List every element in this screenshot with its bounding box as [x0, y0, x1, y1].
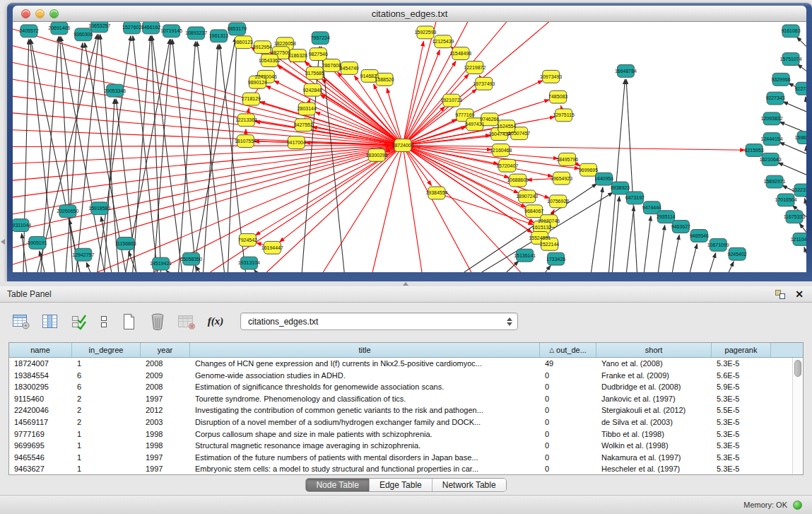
table-cell[interactable]: 2008 [141, 358, 190, 370]
table-cell[interactable]: 5.3E-5 [712, 358, 771, 370]
table-cell[interactable]: 0 [540, 452, 596, 464]
table-cell[interactable]: 9465546 [9, 452, 72, 464]
table-cell[interactable]: 1998 [141, 428, 190, 440]
table-cell[interactable]: 1997 [141, 452, 190, 464]
table-cell[interactable]: 1998 [141, 440, 190, 452]
table-cell[interactable]: 1 [72, 452, 141, 464]
table-cell[interactable]: 0 [540, 381, 596, 393]
table-cell[interactable]: Corpus callosum shape and size in male p… [190, 428, 540, 440]
table-row[interactable]: 977716911998Corpus callosum shape and si… [9, 428, 792, 440]
table-cell[interactable]: Structural magnetic resonance image aver… [190, 440, 540, 452]
table-cell[interactable]: 0 [540, 393, 596, 405]
column-header-year[interactable]: year [141, 343, 190, 357]
table-cell[interactable]: 2 [72, 393, 141, 405]
table-cell[interactable]: Dudbridge et al. (2008) [596, 381, 712, 393]
table-cell[interactable]: 1 [72, 358, 141, 370]
row-height-icon[interactable] [98, 312, 110, 332]
vertical-scrollbar[interactable] [792, 358, 803, 474]
table-cell[interactable]: Yano et al. (2008) [596, 358, 712, 370]
table-cell[interactable]: 2008 [141, 381, 190, 393]
table-cell[interactable]: 2009 [141, 370, 190, 382]
float-panel-icon[interactable] [775, 290, 785, 299]
table-cell[interactable]: 6 [72, 381, 141, 393]
table-cell[interactable]: 22420046 [9, 404, 72, 416]
delete-rows-icon[interactable] [148, 312, 167, 332]
table-cell[interactable]: 2012 [141, 404, 190, 416]
table-cell[interactable]: 5.3E-5 [712, 428, 771, 440]
table-cell[interactable]: Embryonic stem cells: a model to study s… [190, 463, 540, 474]
delete-table-icon[interactable] [177, 312, 196, 332]
table-cell[interactable]: Investigating the contribution of common… [190, 404, 540, 416]
network-canvas[interactable]: 1872400718300295193845549860123891295418… [13, 22, 806, 272]
table-cell[interactable]: Nakamura et al. (1997) [596, 452, 712, 464]
table-cell[interactable]: Genome-wide association studies in ADHD. [190, 370, 540, 382]
table-row[interactable]: 1872400712008Changes of HCN gene express… [9, 358, 792, 370]
table-cell[interactable]: Hescheler et al. (1997) [596, 463, 712, 474]
table-cell[interactable]: 0 [540, 440, 596, 452]
table-row[interactable]: 2242004622012Investigating the contribut… [9, 404, 792, 416]
column-header-outde[interactable]: △out_de... [540, 343, 596, 357]
window-titlebar[interactable]: citations_edges.txt [13, 6, 806, 22]
table-cell[interactable]: 5.9E-5 [712, 381, 771, 393]
tab-node-table[interactable]: Node Table [306, 479, 369, 491]
collapsed-panel-arrow-icon[interactable] [1, 239, 5, 245]
table-cell[interactable]: 18300295 [9, 381, 72, 393]
table-cell[interactable]: 0 [540, 404, 596, 416]
table-cell[interactable]: 9699695 [9, 440, 72, 452]
table-cell[interactable]: 5.3E-5 [712, 440, 771, 452]
table-cell[interactable]: 1 [72, 440, 141, 452]
table-cell[interactable]: 0 [540, 463, 596, 474]
memory-ok-indicator-icon[interactable] [793, 501, 802, 510]
table-cell[interactable]: 18724007 [9, 358, 72, 370]
scrollbar-thumb[interactable] [794, 360, 801, 377]
table-row[interactable]: 911546021997Tourette syndrome. Phenomeno… [9, 393, 792, 405]
table-cell[interactable]: de Silva et al. (2003) [596, 416, 712, 428]
table-cell[interactable]: 2 [72, 404, 141, 416]
tab-network-table[interactable]: Network Table [432, 479, 506, 491]
table-cell[interactable]: 14569117 [9, 416, 72, 428]
table-cell[interactable]: 9777169 [9, 428, 72, 440]
table-cell[interactable]: Tourette syndrome. Phenomenology and cla… [190, 393, 540, 405]
table-cell[interactable]: Estimation of significance thresholds fo… [190, 381, 540, 393]
table-cell[interactable]: 1 [72, 463, 141, 474]
table-settings-icon[interactable] [11, 312, 31, 332]
table-cell[interactable]: 1997 [141, 463, 190, 474]
network-graph[interactable]: 1872400718300295193845549860123891295418… [13, 22, 806, 272]
column-header-indegree[interactable]: in_degree [72, 343, 141, 357]
table-cell[interactable]: 49 [540, 358, 596, 370]
table-row[interactable]: 969969511998Structural magnetic resonanc… [9, 440, 792, 452]
column-header-short[interactable]: short [596, 343, 712, 357]
table-cell[interactable]: 5.3E-5 [712, 463, 771, 474]
table-cell[interactable]: 0 [540, 416, 596, 428]
table-cell[interactable]: 0 [540, 428, 596, 440]
table-cell[interactable]: Estimation of the future numbers of pati… [190, 452, 540, 464]
table-row[interactable]: 1456911722003Disruption of a novel membe… [9, 416, 792, 428]
table-cell[interactable]: 5.3E-5 [712, 452, 771, 464]
table-cell[interactable]: Wolkin et al. (1998) [596, 440, 712, 452]
column-header-pagerank[interactable]: pagerank [712, 343, 771, 357]
table-cell[interactable]: 6 [72, 370, 141, 382]
table-cell[interactable]: Changes of HCN gene expression and I(f) … [190, 358, 540, 370]
select-columns-icon[interactable] [40, 312, 60, 332]
select-rows-icon[interactable] [69, 312, 89, 332]
table-cell[interactable]: 2 [72, 416, 141, 428]
table-cell[interactable]: 5.3E-5 [712, 393, 771, 405]
splitter-grip-icon[interactable] [403, 282, 408, 286]
table-row[interactable]: 946362711997Embryonic stem cells: a mode… [9, 463, 792, 474]
network-table-select[interactable]: citations_edges.txt [240, 313, 518, 330]
table-row[interactable]: 1830029562008Estimation of significance … [9, 381, 792, 393]
formula-icon[interactable]: f(x) [206, 312, 225, 332]
table-cell[interactable]: 9115460 [9, 393, 72, 405]
table-cell[interactable]: 19384554 [9, 370, 72, 382]
panel-splitter[interactable] [0, 281, 812, 286]
table-cell[interactable]: Disruption of a novel member of a sodium… [190, 416, 540, 428]
table-cell[interactable]: 5.6E-5 [712, 370, 771, 382]
close-panel-icon[interactable]: ✕ [795, 289, 804, 299]
table-cell[interactable]: 1997 [141, 393, 190, 405]
table-cell[interactable]: 2003 [141, 416, 190, 428]
table-cell[interactable]: 9463627 [9, 463, 72, 474]
table-row[interactable]: 946554611997Estimation of the future num… [9, 452, 792, 464]
table-cell[interactable]: Tibbo et al. (1998) [596, 428, 712, 440]
column-header-title[interactable]: title [190, 343, 540, 357]
tab-edge-table[interactable]: Edge Table [369, 479, 432, 491]
